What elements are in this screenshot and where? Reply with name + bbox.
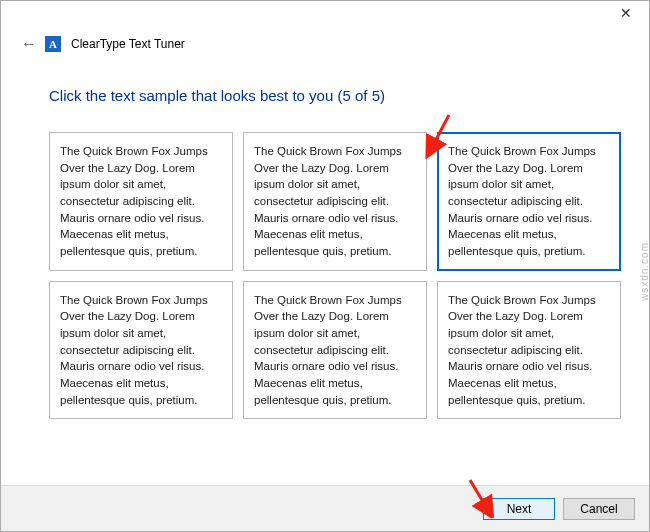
titlebar: ✕ — [1, 1, 649, 31]
footer-bar: Next Cancel — [1, 485, 649, 531]
sample-grid: The Quick Brown Fox Jumps Over the Lazy … — [49, 132, 621, 419]
content-area: Click the text sample that looks best to… — [1, 53, 649, 485]
text-sample-2[interactable]: The Quick Brown Fox Jumps Over the Lazy … — [243, 132, 427, 271]
close-icon[interactable]: ✕ — [611, 5, 641, 21]
text-sample-3[interactable]: The Quick Brown Fox Jumps Over the Lazy … — [437, 132, 621, 271]
window-title: ClearType Text Tuner — [71, 37, 185, 51]
app-icon: A — [45, 36, 61, 52]
next-button[interactable]: Next — [483, 498, 555, 520]
text-sample-5[interactable]: The Quick Brown Fox Jumps Over the Lazy … — [243, 281, 427, 420]
text-sample-6[interactable]: The Quick Brown Fox Jumps Over the Lazy … — [437, 281, 621, 420]
page-heading: Click the text sample that looks best to… — [49, 87, 621, 104]
header-row: ← A ClearType Text Tuner — [1, 31, 649, 53]
text-sample-4[interactable]: The Quick Brown Fox Jumps Over the Lazy … — [49, 281, 233, 420]
watermark-text: wsxdn.com — [639, 242, 650, 301]
cancel-button[interactable]: Cancel — [563, 498, 635, 520]
text-sample-1[interactable]: The Quick Brown Fox Jumps Over the Lazy … — [49, 132, 233, 271]
back-arrow-icon[interactable]: ← — [21, 35, 35, 53]
dialog-window: ✕ ← A ClearType Text Tuner Click the tex… — [0, 0, 650, 532]
